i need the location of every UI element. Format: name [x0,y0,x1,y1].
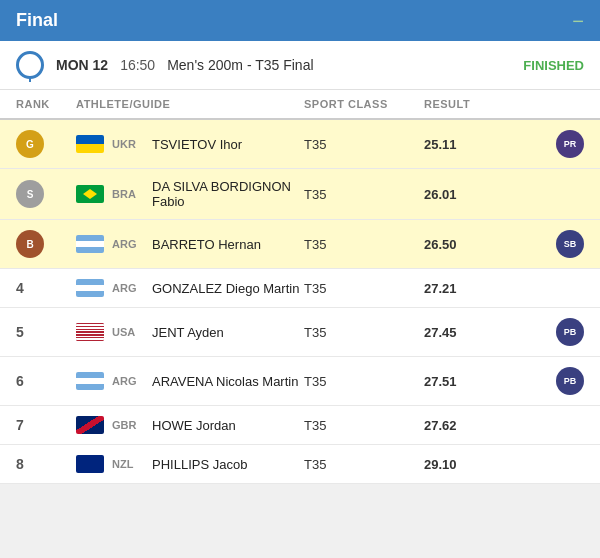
country-code: ARG [112,282,142,294]
athlete-cell: ARG BARRETO Hernan [76,235,304,253]
sport-class: T35 [304,374,424,389]
sport-class: T35 [304,237,424,252]
country-code: ARG [112,375,142,387]
sub-header: MON 12 16:50 Men's 200m - T35 Final FINI… [0,41,600,90]
athlete-cell: NZL PHILLIPS Jacob [76,455,304,473]
table-row: S BRA DA SILVA BORDIGNON Fabio T35 26.01 [0,169,600,220]
event-name: Men's 200m - T35 Final [167,57,313,73]
table-row: 7 GBR HOWE Jordan T35 27.62 [0,406,600,445]
athlete-name: BARRETO Hernan [152,237,261,252]
rank-cell: B [16,230,76,258]
badge-cell: PB [524,318,584,346]
rank-number: 8 [16,456,24,472]
gold-medal-icon: G [16,130,44,158]
record-badge: PB [556,367,584,395]
rank-number: 5 [16,324,24,340]
sport-class: T35 [304,281,424,296]
bronze-medal-icon: B [16,230,44,258]
country-code: USA [112,326,142,338]
col-athlete: ATHLETE/GUIDE [76,98,304,110]
rank-cell: 5 [16,324,76,340]
col-sport-class: SPORT CLASS [304,98,424,110]
table-row: 8 NZL PHILLIPS Jacob T35 29.10 [0,445,600,484]
athlete-cell: GBR HOWE Jordan [76,416,304,434]
flag-icon [76,455,104,473]
rank-cell: S [16,180,76,208]
rank-cell: 7 [16,417,76,433]
athlete-cell: ARG ARAVENA Nicolas Martin [76,372,304,390]
athlete-name: DA SILVA BORDIGNON Fabio [152,179,304,209]
column-headers: RANK ATHLETE/GUIDE SPORT CLASS RESULT [0,90,600,120]
flag-icon [76,416,104,434]
athlete-name: ARAVENA Nicolas Martin [152,374,298,389]
rank-cell: 6 [16,373,76,389]
event-time: 16:50 [120,57,155,73]
flag-icon [76,185,104,203]
athlete-cell: BRA DA SILVA BORDIGNON Fabio [76,179,304,209]
sport-class: T35 [304,187,424,202]
record-badge: PR [556,130,584,158]
flag-icon [76,372,104,390]
sport-class: T35 [304,457,424,472]
rank-number: 6 [16,373,24,389]
country-code: GBR [112,419,142,431]
header-title: Final [16,10,58,31]
sport-class: T35 [304,137,424,152]
sport-class: T35 [304,325,424,340]
col-result: RESULT [424,98,524,110]
flag-icon [76,323,104,341]
result-value: 27.51 [424,374,524,389]
silver-medal-icon: S [16,180,44,208]
event-date: MON 12 [56,57,108,73]
athlete-name: HOWE Jordan [152,418,236,433]
athlete-name: PHILLIPS Jacob [152,457,247,472]
athlete-cell: USA JENT Ayden [76,323,304,341]
rank-number: 4 [16,280,24,296]
result-value: 27.62 [424,418,524,433]
rank-cell: 8 [16,456,76,472]
result-value: 26.50 [424,237,524,252]
flag-icon [76,135,104,153]
table-row: B ARG BARRETO Hernan T35 26.50 SB [0,220,600,269]
result-value: 27.45 [424,325,524,340]
result-value: 25.11 [424,137,524,152]
result-value: 27.21 [424,281,524,296]
app-container: Final − MON 12 16:50 Men's 200m - T35 Fi… [0,0,600,484]
athlete-cell: UKR TSVIETOV Ihor [76,135,304,153]
badge-cell: PR [524,130,584,158]
table-row: 4 ARG GONZALEZ Diego Martin T35 27.21 [0,269,600,308]
country-code: NZL [112,458,142,470]
result-value: 26.01 [424,187,524,202]
athlete-name: TSVIETOV Ihor [152,137,242,152]
event-icon [16,51,44,79]
badge-cell: SB [524,230,584,258]
rank-number: 7 [16,417,24,433]
country-code: UKR [112,138,142,150]
record-badge: PB [556,318,584,346]
table-row: 5 USA JENT Ayden T35 27.45 PB [0,308,600,357]
athlete-cell: ARG GONZALEZ Diego Martin [76,279,304,297]
minimize-button[interactable]: − [572,11,584,31]
sport-class: T35 [304,418,424,433]
badge-cell: PB [524,367,584,395]
col-badge [524,98,584,110]
flag-icon [76,235,104,253]
flag-icon [76,279,104,297]
header: Final − [0,0,600,41]
rank-cell: 4 [16,280,76,296]
athlete-name: GONZALEZ Diego Martin [152,281,299,296]
rank-cell: G [16,130,76,158]
status-badge: FINISHED [523,58,584,73]
table-row: 6 ARG ARAVENA Nicolas Martin T35 27.51 P… [0,357,600,406]
record-badge: SB [556,230,584,258]
table-row: G UKR TSVIETOV Ihor T35 25.11 PR [0,120,600,169]
country-code: ARG [112,238,142,250]
country-code: BRA [112,188,142,200]
athlete-name: JENT Ayden [152,325,224,340]
results-list: G UKR TSVIETOV Ihor T35 25.11 PR S BRA D… [0,120,600,484]
col-rank: RANK [16,98,76,110]
result-value: 29.10 [424,457,524,472]
